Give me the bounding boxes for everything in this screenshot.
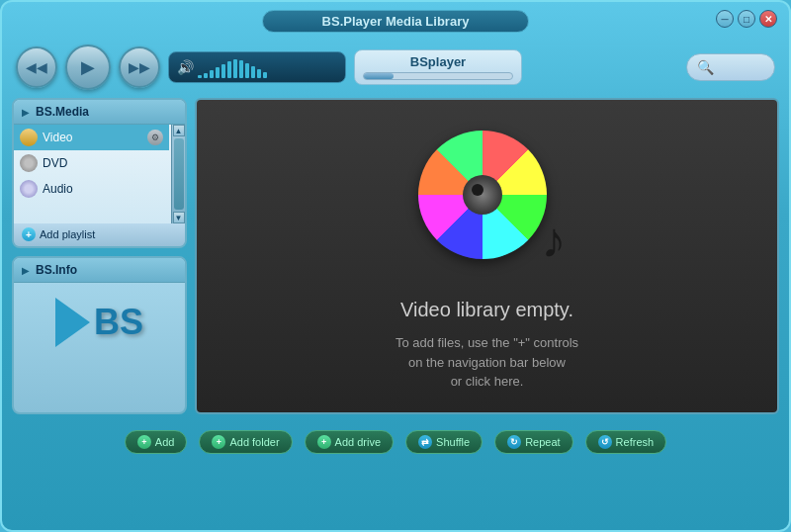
window-controls: ─ □ ✕ xyxy=(716,10,777,28)
player-name: BSplayer xyxy=(363,54,513,69)
add-drive-label: Add drive xyxy=(335,436,381,448)
media-panel-title: BS.Media xyxy=(36,105,89,119)
vol-bar-5 xyxy=(227,61,231,78)
tree-area: Video⚙DVDAudio ▲ ▼ xyxy=(14,125,185,223)
info-panel-title: BS.Info xyxy=(36,263,77,277)
music-note-icon: ♪ xyxy=(542,212,567,269)
media-expand-icon: ▶ xyxy=(22,107,30,118)
play-icon: ▶ xyxy=(81,56,95,78)
add-button[interactable]: +Add xyxy=(125,430,188,454)
player-name-area: BSplayer xyxy=(354,49,522,85)
forward-button[interactable]: ▶▶ xyxy=(119,46,160,88)
rewind-button[interactable]: ◀◀ xyxy=(16,46,57,88)
play-button[interactable]: ▶ xyxy=(65,44,111,90)
add-folder-button[interactable]: +Add folder xyxy=(199,430,292,454)
add-folder-icon: + xyxy=(212,435,225,449)
empty-subtitle: To add files, use the "+" controlson the… xyxy=(396,333,578,392)
refresh-button[interactable]: ↺Refresh xyxy=(585,430,667,454)
scroll-down-button[interactable]: ▼ xyxy=(173,212,185,223)
rewind-icon: ◀◀ xyxy=(26,59,47,75)
info-expand-icon: ▶ xyxy=(22,265,30,276)
vol-bar-4 xyxy=(221,64,225,78)
add-playlist-label: Add playlist xyxy=(40,228,95,240)
scroll-thumb[interactable] xyxy=(174,138,184,210)
add-drive-icon: + xyxy=(317,435,331,449)
vol-bar-6 xyxy=(233,59,237,78)
left-panel: ▶ BS.Media Video⚙DVDAudio ▲ ▼ + Add play… xyxy=(12,98,195,414)
repeat-icon: ↻ xyxy=(507,435,521,449)
tree-item-label: Video xyxy=(43,131,72,144)
vol-bar-9 xyxy=(251,66,255,78)
bs-triangle-icon xyxy=(55,298,90,347)
window-title: BS.Player Media Library xyxy=(262,10,530,33)
info-panel-header: ▶ BS.Info xyxy=(14,258,185,283)
content-area[interactable]: ♪ Video library empty. To add files, use… xyxy=(195,98,779,414)
bs-text-logo: BS xyxy=(94,302,143,343)
title-bar: BS.Player Media Library ─ □ ✕ xyxy=(2,2,789,39)
shuffle-button[interactable]: ⇄Shuffle xyxy=(405,430,483,454)
add-playlist-icon: + xyxy=(22,227,36,241)
search-area[interactable]: 🔍 xyxy=(686,53,775,81)
progress-track[interactable] xyxy=(363,72,513,80)
volume-area: 🔊 xyxy=(168,51,346,83)
forward-icon: ▶▶ xyxy=(129,59,150,75)
tree-item-video[interactable]: Video⚙ xyxy=(14,125,169,150)
transport-bar: ◀◀ ▶ ▶▶ 🔊 BSplayer 🔍 xyxy=(2,39,789,98)
media-panel-header: ▶ BS.Media xyxy=(14,100,185,125)
add-folder-label: Add folder xyxy=(229,436,279,448)
cd-center-hole xyxy=(472,184,483,196)
audio-icon xyxy=(20,180,38,198)
vol-bar-2 xyxy=(210,70,214,78)
media-panel: ▶ BS.Media Video⚙DVDAudio ▲ ▼ + Add play… xyxy=(12,98,187,248)
vol-bar-10 xyxy=(257,69,261,78)
bottom-bar: +Add+Add folder+Add drive⇄Shuffle↻Repeat… xyxy=(2,422,789,462)
settings-gear-icon[interactable]: ⚙ xyxy=(147,130,163,145)
vol-bar-1 xyxy=(204,73,208,78)
vol-bar-7 xyxy=(239,60,243,78)
empty-title: Video library empty. xyxy=(400,299,573,321)
tree-scrollbar[interactable]: ▲ ▼ xyxy=(171,125,185,223)
tree-item-label: DVD xyxy=(43,156,67,170)
tree-item-audio[interactable]: Audio xyxy=(14,176,169,202)
vol-bar-0 xyxy=(198,75,202,78)
vol-bar-3 xyxy=(216,67,220,78)
info-panel: ▶ BS.Info BS xyxy=(12,256,187,414)
refresh-icon: ↺ xyxy=(598,435,612,449)
app-window: BS.Player Media Library ─ □ ✕ ◀◀ ▶ ▶▶ 🔊 … xyxy=(0,0,791,532)
volume-bars[interactable] xyxy=(198,56,267,78)
cd-music-icon: ♪ xyxy=(408,121,567,279)
speaker-icon: 🔊 xyxy=(177,59,194,75)
shuffle-icon: ⇄ xyxy=(418,435,432,449)
tree-item-label: Audio xyxy=(43,182,73,196)
bs-logo-area: BS xyxy=(14,283,185,362)
refresh-label: Refresh xyxy=(616,436,655,448)
vol-bar-8 xyxy=(245,63,249,78)
tree-item-dvd[interactable]: DVD xyxy=(14,150,169,176)
scroll-up-button[interactable]: ▲ xyxy=(173,125,185,136)
bs-logo: BS xyxy=(55,298,143,347)
close-button[interactable]: ✕ xyxy=(759,10,777,28)
maximize-button[interactable]: □ xyxy=(738,10,755,28)
shuffle-label: Shuffle xyxy=(436,436,470,448)
progress-fill xyxy=(364,73,394,79)
add-label: Add xyxy=(155,436,175,448)
minimize-button[interactable]: ─ xyxy=(716,10,734,28)
add-drive-button[interactable]: +Add drive xyxy=(305,430,394,454)
search-icon: 🔍 xyxy=(697,59,714,75)
repeat-button[interactable]: ↻Repeat xyxy=(494,430,572,454)
repeat-label: Repeat xyxy=(525,436,560,448)
vol-bar-11 xyxy=(263,72,267,78)
video-icon xyxy=(20,129,38,146)
dvd-icon xyxy=(20,154,38,172)
main-content: ▶ BS.Media Video⚙DVDAudio ▲ ▼ + Add play… xyxy=(2,98,789,414)
add-icon: + xyxy=(137,435,151,449)
add-playlist-button[interactable]: + Add playlist xyxy=(14,223,185,246)
cd-center xyxy=(463,175,502,215)
